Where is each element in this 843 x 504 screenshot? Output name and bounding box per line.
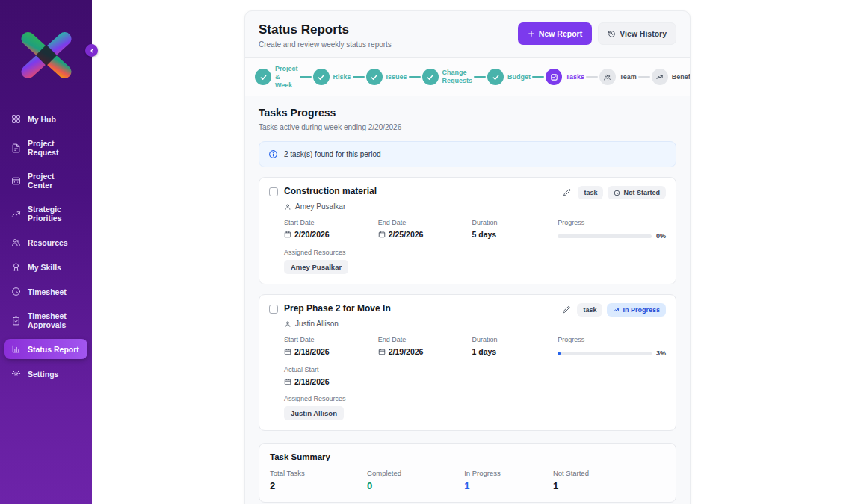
progress-percent: 3% — [656, 349, 666, 357]
person-icon — [284, 320, 291, 328]
progress-bar — [558, 352, 652, 355]
sidebar-item-strategic-priorities[interactable]: Strategic Priorities — [4, 199, 87, 228]
progress-bar — [558, 234, 652, 238]
sidebar-item-my-hub[interactable]: My Hub — [4, 109, 87, 129]
task-checkbox[interactable] — [269, 305, 278, 314]
summary-not-started: Not Started 1 — [553, 469, 665, 491]
gear-icon — [11, 369, 21, 379]
summary-in-progress: In Progress 1 — [464, 469, 546, 491]
pencil-icon — [563, 188, 572, 197]
page-subtitle: Create and review weekly status reports — [259, 40, 392, 49]
sidebar-item-project-request[interactable]: Project Request — [4, 134, 87, 162]
task-type-badge: task — [578, 186, 603, 199]
sidebar: My Hub Project Request Project Center St… — [0, 0, 92, 504]
step-connector — [409, 76, 421, 78]
end-date-field: End Date 2/19/2026 — [378, 336, 465, 357]
sidebar-item-label: Project Request — [28, 139, 81, 157]
task-owner: Amey Pusalkar — [284, 202, 666, 211]
calendar-icon — [378, 231, 386, 238]
calendar-icon — [284, 378, 291, 385]
progress-percent: 0% — [656, 232, 666, 240]
status-badge: In Progress — [607, 303, 666, 317]
calendar-icon — [284, 348, 291, 355]
sidebar-item-timesheet[interactable]: Timesheet — [4, 281, 87, 302]
panel-header: Status Reports Create and review weekly … — [245, 11, 690, 57]
sidebar-item-resources[interactable]: Resources — [4, 232, 87, 252]
report-stepper: Project & Week Risks Issues Change Reque… — [245, 57, 690, 96]
app-logo — [19, 28, 73, 82]
sidebar-item-label: Timesheet Approvals — [28, 311, 81, 329]
step-project-week[interactable]: Project & Week — [255, 65, 298, 89]
section-subtitle: Tasks active during week ending 2/20/202… — [259, 123, 676, 131]
trend-icon — [652, 69, 668, 85]
sidebar-item-label: My Hub — [28, 115, 56, 124]
users-icon — [599, 69, 616, 85]
section-title: Tasks Progress — [259, 107, 676, 119]
step-risks[interactable]: Risks — [313, 69, 351, 85]
step-issues[interactable]: Issues — [366, 69, 407, 85]
sidebar-collapse-button[interactable] — [85, 44, 98, 57]
check-icon — [313, 69, 330, 85]
trend-icon — [11, 209, 21, 219]
sidebar-item-my-skills[interactable]: My Skills — [4, 257, 87, 277]
assigned-resources: Assigned Resources Justin Allison — [284, 395, 666, 420]
task-title: Construction material — [284, 186, 561, 196]
person-icon — [284, 203, 291, 211]
progress-field: Progress 0% — [558, 219, 666, 240]
edit-task-button[interactable] — [561, 187, 573, 199]
sidebar-item-label: Strategic Priorities — [28, 205, 81, 223]
status-badge: Not Started — [608, 186, 666, 199]
summary-total: Total Tasks 2 — [270, 469, 359, 491]
task-card: Prep Phase 2 for Move In task In Progres… — [259, 294, 676, 431]
check-icon — [366, 69, 383, 85]
new-report-button[interactable]: New Report — [518, 22, 592, 45]
check-icon — [487, 69, 504, 85]
sidebar-item-label: Project Center — [28, 172, 81, 190]
check-icon — [255, 69, 271, 85]
sidebar-nav: My Hub Project Request Project Center St… — [0, 109, 92, 384]
resource-chip: Justin Allison — [284, 406, 344, 420]
view-history-button[interactable]: View History — [598, 22, 676, 45]
sidebar-item-label: Settings — [28, 370, 58, 379]
sidebar-item-label: Timesheet — [28, 287, 67, 296]
summary-completed: Completed 0 — [367, 469, 457, 491]
step-connector — [586, 76, 598, 78]
progress-field: Progress 3% — [558, 336, 666, 357]
users-icon — [11, 237, 21, 247]
step-connector — [353, 76, 365, 78]
start-date-field: Start Date 2/20/2026 — [284, 219, 371, 240]
step-connector — [300, 76, 312, 78]
sidebar-item-label: Resources — [28, 238, 68, 247]
clock-icon — [614, 190, 620, 196]
step-team[interactable]: Team — [599, 69, 637, 85]
tasks-found-banner: 2 task(s) found for this period — [259, 141, 676, 167]
edit-square-icon — [546, 69, 562, 85]
summary-title: Task Summary — [270, 452, 665, 461]
actual-start-field: Actual Start 2/18/2026 — [284, 366, 666, 386]
step-tasks[interactable]: Tasks — [546, 69, 584, 85]
step-change-requests[interactable]: Change Requests — [422, 69, 473, 85]
step-benefits[interactable]: Benefits — [652, 69, 691, 85]
page-title: Status Reports — [259, 22, 392, 37]
calendar-icon — [378, 348, 386, 355]
sidebar-item-timesheet-approvals[interactable]: Timesheet Approvals — [4, 306, 87, 335]
start-date-field: Start Date 2/18/2026 — [284, 336, 371, 357]
main-content: Status Reports Create and review weekly … — [92, 0, 843, 504]
assigned-resources: Assigned Resources Amey Pusalkar — [284, 249, 666, 274]
window-chart-icon — [11, 176, 21, 186]
chevron-left-icon — [89, 48, 95, 54]
sidebar-item-settings[interactable]: Settings — [4, 364, 87, 384]
step-connector — [638, 76, 650, 78]
task-title: Prep Phase 2 for Move In — [284, 303, 561, 314]
sidebar-item-label: Status Report — [28, 345, 79, 354]
award-icon — [11, 262, 21, 272]
sidebar-item-status-report[interactable]: Status Report — [4, 339, 87, 359]
task-owner: Justin Allison — [284, 320, 666, 328]
edit-task-button[interactable] — [561, 304, 572, 316]
sidebar-item-project-center[interactable]: Project Center — [4, 167, 87, 195]
banner-text: 2 task(s) found for this period — [284, 150, 381, 158]
file-icon — [11, 143, 21, 153]
step-budget[interactable]: Budget — [487, 69, 531, 85]
task-checkbox[interactable] — [269, 187, 278, 196]
clock-icon — [11, 287, 21, 296]
